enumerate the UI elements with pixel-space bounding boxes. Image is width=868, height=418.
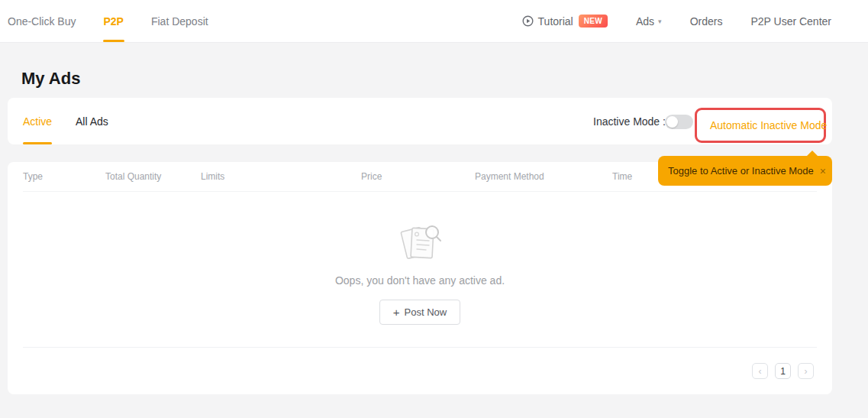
nav-tab-p2p[interactable]: P2P <box>103 0 123 42</box>
column-header-limits: Limits <box>201 171 224 182</box>
top-navigation: One-Click Buy P2P Fiat Deposit Tutorial … <box>0 0 868 43</box>
close-icon[interactable]: × <box>820 165 826 177</box>
column-header-total-quantity: Total Quantity <box>105 171 161 182</box>
pagination-next-button[interactable]: › <box>798 363 814 379</box>
play-circle-icon <box>522 15 534 27</box>
pagination-prev-button[interactable]: ‹ <box>752 363 768 379</box>
inactive-mode-label: Inactive Mode : <box>593 98 666 144</box>
plus-icon: + <box>393 306 400 318</box>
pagination: ‹ 1 › <box>752 363 814 379</box>
nav-link-ads[interactable]: Ads ▾ <box>636 15 662 28</box>
nav-link-orders[interactable]: Orders <box>690 15 723 28</box>
column-header-type: Type <box>23 171 43 182</box>
column-header-payment-method: Payment Method <box>475 171 544 182</box>
column-header-price: Price <box>361 171 382 182</box>
nav-tab-one-click-buy[interactable]: One-Click Buy <box>8 0 76 42</box>
empty-state-message: Oops, you don't have any active ad. <box>335 274 505 287</box>
inactive-mode-toggle[interactable] <box>665 115 693 129</box>
chevron-down-icon: ▾ <box>658 18 662 25</box>
pagination-page-1-button[interactable]: 1 <box>775 363 791 379</box>
post-now-button[interactable]: + Post Now <box>379 300 460 325</box>
automatic-inactive-mode-link[interactable]: Automatic Inactive Mode <box>710 119 827 131</box>
toggle-tooltip: Toggle to Active or Inactive Mode × <box>658 156 832 186</box>
annotation-highlight-box: Automatic Inactive Mode <box>695 108 826 143</box>
tooltip-text: Toggle to Active or Inactive Mode <box>668 165 814 177</box>
p2p-my-ads-page: One-Click Buy P2P Fiat Deposit Tutorial … <box>0 0 868 418</box>
tabs-toolbar-card: Active All Ads Inactive Mode : Automatic… <box>8 98 832 144</box>
nav-tab-fiat-deposit[interactable]: Fiat Deposit <box>151 0 208 42</box>
nav-right-links: Tutorial NEW Ads ▾ Orders P2P User Cente… <box>522 0 868 42</box>
pagination-divider <box>23 347 817 348</box>
page-title: My Ads <box>21 69 80 89</box>
tutorial-link[interactable]: Tutorial NEW <box>522 15 608 28</box>
nav-left-tabs: One-Click Buy P2P Fiat Deposit <box>0 0 236 42</box>
tutorial-label: Tutorial <box>538 15 573 28</box>
no-ads-document-search-icon <box>397 223 443 264</box>
new-badge: NEW <box>579 15 608 28</box>
ads-label: Ads <box>636 15 654 28</box>
nav-link-p2p-user-center[interactable]: P2P User Center <box>750 15 831 28</box>
empty-state: Oops, you don't have any active ad. + Po… <box>8 223 832 325</box>
tab-active[interactable]: Active <box>23 98 52 144</box>
ads-table-card: Type Total Quantity Limits Price Payment… <box>8 162 832 394</box>
tab-all-ads[interactable]: All Ads <box>76 98 108 144</box>
column-header-time: Time <box>612 171 632 182</box>
post-now-label: Post Now <box>405 306 447 318</box>
toggle-knob <box>666 116 678 128</box>
